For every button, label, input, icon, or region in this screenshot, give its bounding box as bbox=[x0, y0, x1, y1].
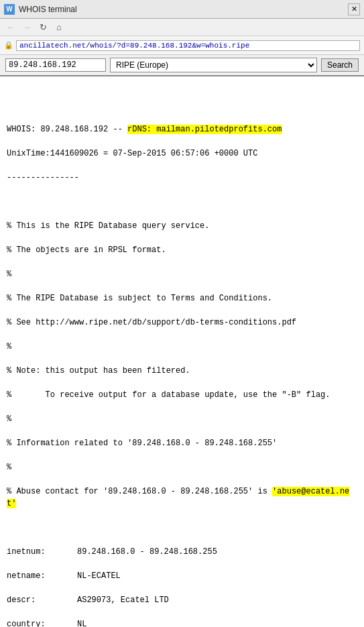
comment-8: % To receive output for a database updat… bbox=[7, 390, 330, 400]
ip-input[interactable] bbox=[5, 58, 106, 72]
inetnum-row: inetnum:89.248.168.0 - 89.248.168.255 bbox=[7, 547, 217, 557]
search-button[interactable]: Search bbox=[321, 58, 359, 72]
back-button[interactable]: ← bbox=[4, 21, 17, 34]
netname-row: netname:NL-ECATEL bbox=[7, 571, 121, 581]
address-input[interactable] bbox=[16, 40, 360, 51]
country-val: NL bbox=[77, 620, 86, 627]
whois-content bbox=[0, 76, 364, 111]
lock-icon: 🔒 bbox=[4, 41, 13, 50]
descr-val: AS29073, Ecatel LTD bbox=[77, 595, 169, 605]
divider1: --------------- bbox=[7, 173, 79, 182]
main-content: WHOIS: 89.248.168.192 -- rDNS: mailman.p… bbox=[0, 111, 364, 627]
abuse-email-highlight: 'abuse@ecatel.net' bbox=[7, 487, 349, 508]
comment-11: % bbox=[7, 463, 11, 472]
forward-button[interactable]: → bbox=[20, 21, 34, 34]
country-row: country:NL bbox=[7, 620, 86, 627]
query-bar: RIPE (Europe)ARIN (Americas)APNIC (Asia)… bbox=[0, 55, 364, 76]
comment-1: % This is the RIPE Database query servic… bbox=[7, 221, 209, 231]
comment-4: % The RIPE Database is subject to Terms … bbox=[7, 294, 272, 303]
descr-label: descr: bbox=[7, 594, 77, 606]
address-bar: 🔒 bbox=[0, 36, 364, 55]
netname-label: netname: bbox=[7, 570, 77, 582]
inetnum-label: inetnum: bbox=[7, 546, 77, 558]
abuse-contact-line: % Abuse contact for '89.248.168.0 - 89.2… bbox=[7, 487, 349, 508]
comment-10: % Information related to '89.248.168.0 -… bbox=[7, 439, 277, 448]
comment-2: % The objects are in RPSL format. bbox=[7, 245, 166, 255]
app-icon: W bbox=[4, 4, 15, 15]
unix-time-line: UnixTime:1441609026 = 07-Sep-2015 06:57:… bbox=[7, 149, 257, 158]
home-button[interactable]: ⌂ bbox=[52, 21, 66, 34]
close-button[interactable]: ✕ bbox=[348, 3, 360, 15]
comment-6: % bbox=[7, 342, 11, 351]
whois-line: WHOIS: 89.248.168.192 -- rDNS: mailman.p… bbox=[7, 125, 282, 134]
rdns-highlight: rDNS: mailman.pilotedprofits.com bbox=[127, 125, 282, 134]
country-label: country: bbox=[7, 618, 77, 627]
comment-5: % See http://www.ripe.net/db/support/db-… bbox=[7, 318, 296, 327]
comment-3: % bbox=[7, 270, 11, 279]
region-select[interactable]: RIPE (Europe)ARIN (Americas)APNIC (Asia)… bbox=[110, 58, 317, 72]
comment-9: % bbox=[7, 414, 11, 424]
inetnum-val: 89.248.168.0 - 89.248.168.255 bbox=[77, 547, 217, 557]
nav-bar: ← → ↻ ⌂ bbox=[0, 19, 364, 36]
refresh-button[interactable]: ↻ bbox=[36, 21, 50, 34]
netname-val: NL-ECATEL bbox=[77, 571, 121, 581]
comment-7: % Note: this output has been filtered. bbox=[7, 366, 190, 376]
descr-row: descr:AS29073, Ecatel LTD bbox=[7, 595, 169, 605]
window-title: WHOIS terminal bbox=[19, 5, 344, 14]
title-bar: W WHOIS terminal ✕ bbox=[0, 0, 364, 19]
